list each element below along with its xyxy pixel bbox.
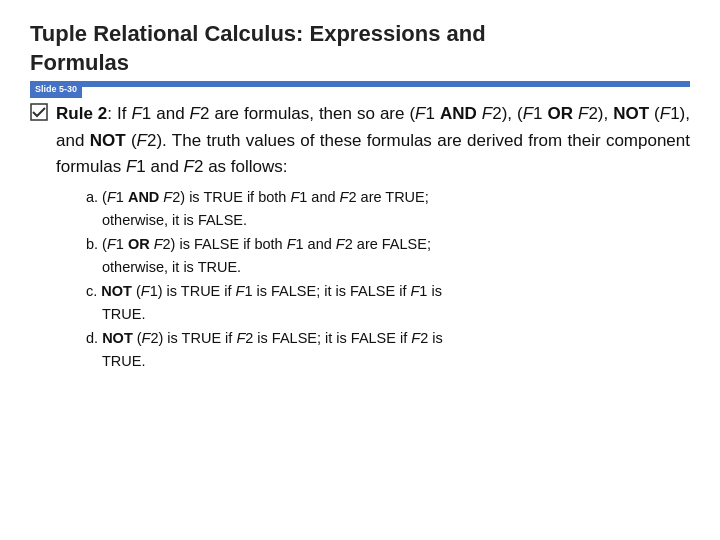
rule-text: Rule 2: If F1 and F2 are formulas, then … <box>56 101 690 374</box>
slide-badge: Slide 5-30 <box>30 81 82 98</box>
sub-item-c-indent: TRUE. <box>102 306 146 322</box>
sub-item-d-indent: TRUE. <box>102 353 146 369</box>
blue-bar <box>30 81 690 87</box>
slide-container: Tuple Relational Calculus: Expressions a… <box>0 0 720 540</box>
sub-item-a-indent: otherwise, it is FALSE. <box>102 212 247 228</box>
title-area: Tuple Relational Calculus: Expressions a… <box>30 20 690 77</box>
sub-items: a. (F1 AND F2) is TRUE if both F1 and F2… <box>86 186 690 372</box>
sub-item-b: b. (F1 OR F2) is FALSE if both F1 and F2… <box>86 233 690 278</box>
sub-item-d: d. NOT (F2) is TRUE if F2 is FALSE; it i… <box>86 327 690 372</box>
sub-item-c: c. NOT (F1) is TRUE if F1 is FALSE; it i… <box>86 280 690 325</box>
blue-bar-wrapper: Slide 5-30 <box>30 81 690 87</box>
sub-item-b-indent: otherwise, it is TRUE. <box>102 259 241 275</box>
sub-item-a: a. (F1 AND F2) is TRUE if both F1 and F2… <box>86 186 690 231</box>
main-content: Rule 2: If F1 and F2 are formulas, then … <box>30 101 690 374</box>
slide-title: Tuple Relational Calculus: Expressions a… <box>30 20 690 77</box>
rule-block: Rule 2: If F1 and F2 are formulas, then … <box>30 101 690 374</box>
bullet-icon <box>30 103 48 125</box>
